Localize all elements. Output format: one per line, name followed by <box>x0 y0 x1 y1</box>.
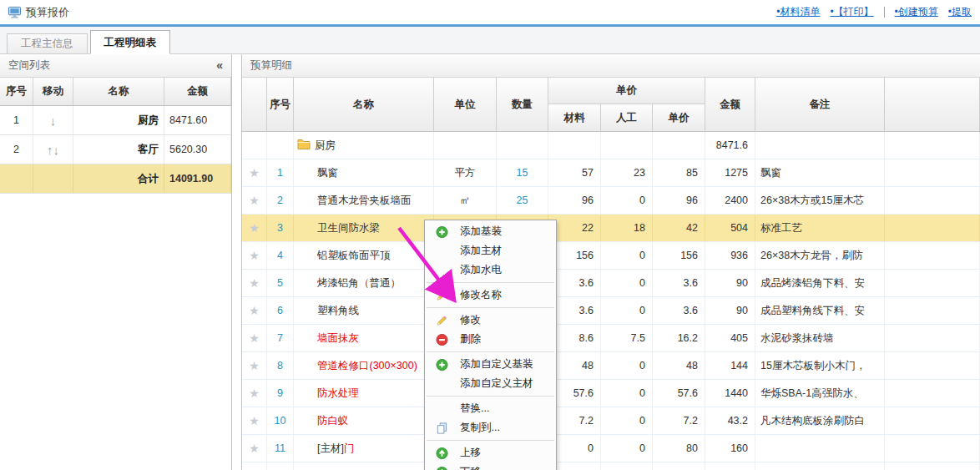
budget-row[interactable]: ★ 11 [主材] 门 0 0 80 160 <box>242 435 980 462</box>
pencil-icon <box>436 289 448 301</box>
context-menu-item[interactable]: 下移 <box>425 462 556 470</box>
star-icon[interactable]: ★ <box>249 387 260 400</box>
context-menu: 添加基装 添加主材 添加水电 修改名称 修改 删除 添加自定义基装 添加自定义主… <box>424 220 557 470</box>
budget-row[interactable]: ★ 7 墙面抹灰 8.6 7.5 16.2 405 水泥砂浆抹砖墙 <box>242 325 980 352</box>
col-header-remark: 备注 <box>755 78 885 131</box>
star-icon[interactable]: ★ <box>249 331 260 345</box>
budget-row-qty: 25 <box>497 187 548 214</box>
context-menu-item[interactable]: 添加水电 <box>425 260 556 280</box>
budget-row-amount: 405 <box>705 325 755 351</box>
collapse-panel-icon[interactable]: « <box>216 54 223 77</box>
context-menu-item[interactable]: 修改名称 <box>425 286 556 305</box>
toolbar-link[interactable]: •创建预算 <box>895 5 938 19</box>
star-icon[interactable]: ★ <box>249 276 260 290</box>
budget-row-name: 烤漆铝角（普通） <box>294 270 434 296</box>
move-arrows-icon[interactable]: ↑↓ <box>33 135 73 164</box>
context-menu-item[interactable]: 复制到... <box>425 418 556 437</box>
star-icon[interactable]: ★ <box>249 194 260 207</box>
space-row-name: 合计 <box>73 164 164 193</box>
context-menu-item[interactable]: 添加自定义基装 <box>425 355 556 374</box>
budget-row-labor: 0 <box>601 407 653 434</box>
tab-active[interactable]: 工程明细表 <box>90 30 171 54</box>
budget-row-qty: 15 <box>497 159 548 186</box>
budget-row-labor: 0 <box>601 352 653 379</box>
col-header-filler <box>885 78 980 131</box>
star-icon[interactable]: ★ <box>249 414 260 427</box>
star-icon[interactable]: ★ <box>249 442 260 455</box>
budget-row-labor: 0 <box>601 297 653 324</box>
budget-row[interactable]: ★ 10 防白蚁 7.2 0 7.2 43.2 凡木结构底板涂刷防白 <box>242 407 980 435</box>
group-row[interactable]: 厨房 8471.6 <box>242 132 980 159</box>
star-icon[interactable]: ★ <box>249 359 260 372</box>
context-menu-item[interactable]: 添加基装 <box>425 222 556 241</box>
budget-row[interactable]: ★ 4 铝塑板饰面平顶 156 0 156 936 26×38木方龙骨，刷防 <box>242 242 980 270</box>
budget-row[interactable]: ★ 8 管道检修口(300×300) 48 0 48 144 15厘木芯板制小木… <box>242 352 980 380</box>
space-row[interactable]: 1 ↓ 厨房 8471.60 <box>0 106 231 135</box>
star-icon[interactable]: ★ <box>249 249 260 262</box>
star-icon[interactable]: ★ <box>249 166 260 179</box>
space-table-header: 序号 移动 名称 金额 <box>0 78 231 106</box>
context-menu-item[interactable]: 添加主材 <box>425 241 556 260</box>
col-header-amount: 金额 <box>164 78 231 105</box>
context-menu-item[interactable]: 修改 <box>425 311 556 330</box>
page-title: 预算报价 <box>26 5 69 20</box>
budget-row[interactable]: ★ 3 卫生间防水梁 22 18 42 504 标准工艺 <box>242 215 980 242</box>
budget-row-name: 铝塑板饰面平顶 <box>294 242 434 269</box>
toolbar-link[interactable]: •提取 <box>948 5 972 19</box>
folder-icon <box>297 139 311 152</box>
budget-row[interactable]: ★ 5 烤漆铝角（普通） 3.6 0 3.6 90 成品烤漆铝角下料、安 <box>242 270 980 297</box>
space-total-row[interactable]: 合计 14091.90 <box>0 164 231 194</box>
budget-row-no: 8 <box>267 352 294 379</box>
star-icon[interactable]: ★ <box>249 304 260 317</box>
budget-row-remark: 26×38木方或15厘木芯 <box>755 187 885 214</box>
del-icon <box>436 333 448 346</box>
tab-inactive[interactable]: 工程主信息 <box>7 33 88 53</box>
budget-row-labor: 7.5 <box>601 325 653 351</box>
space-row[interactable]: 2 ↑↓ 客厅 5620.30 <box>0 135 231 164</box>
up-icon <box>436 447 448 459</box>
col-header-unit-price: 单价 <box>653 104 705 131</box>
toolbar-link[interactable]: •【打印】 <box>830 5 873 19</box>
budget-row-name: [主材] <box>294 462 434 470</box>
context-menu-item[interactable]: 删除 <box>425 330 556 349</box>
budget-row-material: 57 <box>548 159 601 186</box>
budget-row[interactable]: ★ 9 防水处理 57.6 0 57.6 1440 华烁SBA-1高强防水、 <box>242 380 980 407</box>
budget-row[interactable]: ★ 12 [主材] 墙面刷乳胶漆 <box>242 462 980 470</box>
budget-row-labor: 18 <box>601 215 653 241</box>
context-menu-item[interactable]: 替换... <box>425 399 556 418</box>
col-header-price-group: 单价 <box>548 78 705 104</box>
space-list-header: 空间列表 « <box>0 54 231 78</box>
move-arrows-icon[interactable]: ↓ <box>33 106 73 134</box>
toolbar-link[interactable]: •材料清单 <box>776 5 820 19</box>
budget-row-remark: 凡木结构底板涂刷防白 <box>755 407 885 434</box>
space-row-no <box>0 164 33 193</box>
no-icon <box>436 377 448 390</box>
move-arrows-icon[interactable] <box>33 164 73 193</box>
budget-row[interactable]: ★ 1 飘窗 平方 15 57 23 85 1275 飘窗 <box>242 159 980 187</box>
pencil-icon <box>436 314 448 326</box>
budget-row-no: 2 <box>267 187 294 214</box>
context-menu-item[interactable]: 上移 <box>425 443 556 462</box>
panel-splitter[interactable] <box>232 54 241 470</box>
material-badge: [主材] <box>317 442 344 456</box>
budget-row[interactable]: ★ 2 普通木龙骨夹板墙面 ㎡ 25 96 0 96 2400 26×38木方或… <box>242 187 980 215</box>
space-row-amount: 14091.90 <box>164 164 231 193</box>
col-header-name: 名称 <box>73 78 164 105</box>
tab-bar: 工程主信息工程明细表 <box>0 27 980 54</box>
budget-row-labor: 0 <box>601 270 653 296</box>
budget-row-remark: 成品烤漆铝角下料、安 <box>755 270 885 296</box>
budget-row-remark <box>755 435 885 462</box>
budget-row-unit-price: 3.6 <box>653 297 705 324</box>
add-icon <box>436 225 448 238</box>
context-menu-item[interactable]: 添加自定义主材 <box>425 374 556 393</box>
budget-row-remark: 墙面刷乳胶漆 <box>755 462 885 470</box>
budget-row-no: 7 <box>267 325 294 351</box>
budget-row-unit-price: 3.6 <box>653 270 705 296</box>
star-icon[interactable]: ★ <box>249 221 260 235</box>
col-header-no: 序号 <box>0 78 33 105</box>
budget-row-unit-price: 48 <box>653 352 705 379</box>
budget-row-amount: 936 <box>705 242 755 269</box>
budget-row[interactable]: ★ 6 塑料角线 3.6 0 3.6 90 成品塑料角线下料、安 <box>242 297 980 325</box>
col-header-move: 移动 <box>33 78 73 105</box>
monitor-icon <box>8 7 21 18</box>
